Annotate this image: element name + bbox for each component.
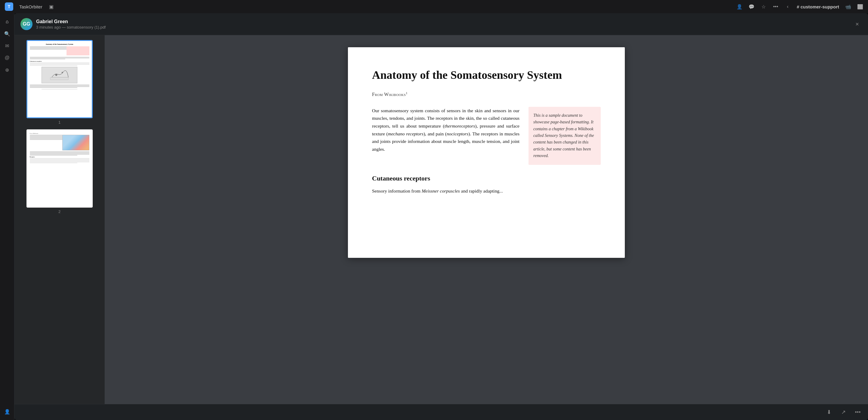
pdf-page-1: Anatomy of the Somatosensory System From… xyxy=(348,47,625,258)
more-icon[interactable]: ••• xyxy=(773,4,779,10)
modal-overlay: GG Gabriel Green 3 minutes ago — somatos… xyxy=(14,13,868,420)
topbar: T TaskOrbiter ▣ 👤 💬 ☆ ••• ‹ # customer-s… xyxy=(0,0,868,13)
modal-user-info: Gabriel Green 3 minutes ago — somatosens… xyxy=(36,19,852,30)
pdf-section-body: Sensory information from Meissner corpus… xyxy=(372,187,601,195)
dm-icon[interactable]: ✉ xyxy=(2,41,12,51)
pdf-title: Anatomy of the Somatosensory System xyxy=(372,68,601,82)
thumbnail-frame-2[interactable]: From Wikibooks xyxy=(27,129,93,207)
left-sidebar: ⌂ 🔍 ✉ @ ⊕ 👤 xyxy=(0,13,14,420)
back-icon[interactable]: ‹ xyxy=(785,4,790,10)
pdf-section-title: Cutaneous receptors xyxy=(372,174,601,182)
modal-header: GG Gabriel Green 3 minutes ago — somatos… xyxy=(14,13,868,35)
thumbnail-item-2[interactable]: From Wikibooks xyxy=(19,129,100,214)
page-number-1: 1 xyxy=(58,120,61,125)
pdf-modal: GG Gabriel Green 3 minutes ago — somatos… xyxy=(14,13,868,420)
download-icon[interactable]: ⬇ xyxy=(825,408,833,416)
more-options-icon[interactable]: ••• xyxy=(854,408,862,416)
search-icon[interactable]: 🔍 xyxy=(2,29,12,38)
thumbnail-frame-1[interactable]: Anatomy of the Somatosensory System Cuta… xyxy=(27,40,93,118)
app-name: TaskOrbiter xyxy=(19,4,42,9)
video-icon[interactable]: 📹 xyxy=(845,4,851,10)
thumb-image xyxy=(41,67,78,83)
thumbnail-item-1[interactable]: Anatomy of the Somatosensory System Cuta… xyxy=(19,40,100,125)
sidebar-toggle-icon[interactable]: ▣ xyxy=(49,4,55,10)
modal-footer: ⬇ ↗ ••• xyxy=(14,404,868,420)
external-link-icon[interactable]: ↗ xyxy=(839,408,847,416)
svg-rect-0 xyxy=(50,77,68,80)
mentions-icon[interactable]: @ xyxy=(2,53,12,63)
star-icon[interactable]: ☆ xyxy=(761,4,767,10)
avatar: GG xyxy=(21,18,32,30)
profile-icon[interactable]: 👤 xyxy=(2,407,12,416)
screen-share-icon[interactable]: ⬜ xyxy=(857,4,863,10)
svg-point-1 xyxy=(55,74,57,76)
close-button[interactable]: × xyxy=(852,19,862,29)
pdf-source: From Wikibooks1 xyxy=(372,91,601,97)
pdf-sidebar-note: This is a sample document to showcase pa… xyxy=(528,107,601,165)
pdf-viewer[interactable]: Anatomy of the Somatosensory System From… xyxy=(105,35,868,404)
thumbnail-panel: Anatomy of the Somatosensory System Cuta… xyxy=(14,35,105,404)
pdf-intro-text: Our somatosensory system consists of sen… xyxy=(372,107,520,165)
channel-name: # customer-support xyxy=(797,4,839,9)
compass-icon[interactable]: ⊕ xyxy=(2,65,12,75)
home-icon[interactable]: ⌂ xyxy=(2,17,12,27)
page-number-2: 2 xyxy=(58,209,61,214)
modal-meta: 3 minutes ago — somatosensory (1).pdf xyxy=(36,25,852,30)
modal-body: Anatomy of the Somatosensory System Cuta… xyxy=(14,35,868,404)
modal-username: Gabriel Green xyxy=(36,19,852,24)
svg-point-2 xyxy=(62,72,63,73)
pdf-content-area: Our somatosensory system consists of sen… xyxy=(372,107,601,165)
mention-icon[interactable]: 💬 xyxy=(748,4,754,10)
avatar-topbar-icon[interactable]: 👤 xyxy=(737,4,743,10)
app-logo: T xyxy=(5,2,13,11)
